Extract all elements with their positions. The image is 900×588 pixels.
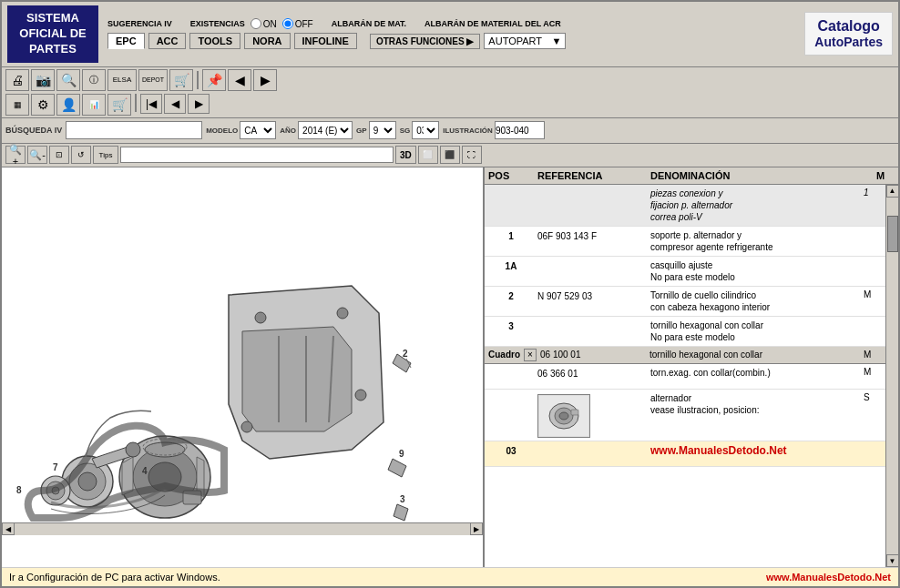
chart-btn[interactable]: 📊	[82, 94, 106, 116]
pos-header: POS	[488, 170, 534, 181]
ref-cell: N 907 529 03	[537, 289, 647, 301]
settings-btn[interactable]: ⚙	[31, 94, 55, 116]
tab-infoline[interactable]: INFOLINE	[294, 33, 357, 49]
svg-text:8: 8	[16, 485, 22, 495]
on-radio[interactable]: ON	[251, 18, 277, 29]
table-row[interactable]: 3 tornillo hexagonal con collarNo para e…	[485, 317, 885, 347]
left-btn[interactable]: ◀	[228, 69, 251, 91]
table-row[interactable]: piezas conexion yfijacion p. alternadorc…	[485, 185, 885, 227]
info-btn[interactable]: ⓘ	[82, 69, 106, 91]
table-row[interactable]: 1A casquillo ajusteNo para este modelo	[485, 257, 885, 287]
scroll-down-btn[interactable]: ▼	[886, 554, 899, 567]
otras-funciones-button[interactable]: OTRAS FUNCIONES ▶	[370, 34, 480, 49]
svg-point-35	[559, 412, 568, 420]
nav-next-btn[interactable]: ▶	[188, 94, 210, 114]
modelo-group: MODELO CA	[206, 121, 276, 139]
view-option1-btn[interactable]: ⬜	[418, 146, 438, 164]
view-row: 🔍+ 🔍- ⊡ ↺ Tips 3D ⬜ ⬛ ⛶	[2, 144, 898, 167]
svg-point-17	[78, 472, 97, 491]
modelo-select[interactable]: CA	[240, 121, 276, 139]
ano-select[interactable]: 2014 (E)	[298, 121, 353, 139]
zoom-out-btn[interactable]: 🔍-	[27, 146, 47, 164]
top-middle: SUGERENCIA IV EXISTENCIAS ON OFF	[107, 18, 804, 49]
cart-btn[interactable]: 🛒	[169, 69, 193, 91]
table-row[interactable]: 2 N 907 529 03 Tornillo de cuello cilind…	[485, 287, 885, 317]
table-row[interactable]: 1 06F 903 143 F soporte p. alternador yc…	[485, 227, 885, 257]
off-radio[interactable]: OFF	[282, 18, 313, 29]
pin-btn[interactable]: 📌	[202, 69, 226, 91]
nav-first-btn[interactable]: |◀	[140, 94, 162, 114]
ref-cell	[537, 188, 647, 189]
activation-text: Ir a Configuración de PC para activar Wi…	[9, 572, 220, 583]
scroll-thumb[interactable]	[887, 216, 898, 252]
gp-select[interactable]: 9	[369, 121, 396, 139]
existencias-label: EXISTENCIAS	[190, 19, 245, 28]
bottom-bar: Ir a Configuración de PC para activar Wi…	[2, 567, 898, 586]
grid-btn[interactable]: ▦	[5, 94, 29, 116]
cuadro-close-btn[interactable]: ×	[524, 349, 537, 361]
elsa-btn[interactable]: ELSA	[107, 69, 137, 91]
zoom-reset-btn[interactable]: ↺	[71, 146, 91, 164]
diagram-panel: 1A	[2, 167, 485, 567]
toolbar-sep-1	[197, 71, 199, 89]
ilustracion-input[interactable]	[495, 121, 545, 139]
horizontal-scrollbar[interactable]: ◀ ▶	[2, 522, 483, 535]
pos-cell: 2	[488, 289, 534, 301]
diagram-search-input[interactable]	[120, 147, 394, 163]
vertical-scrollbar[interactable]: ▲ ▼	[885, 185, 898, 567]
scroll-track	[886, 198, 899, 554]
thumbnail-svg	[539, 396, 588, 436]
scroll-right-btn[interactable]: ▶	[470, 522, 483, 535]
desc-cell: soporte p. alternador ycompresor agente …	[650, 229, 860, 253]
scroll-up-btn[interactable]: ▲	[886, 185, 899, 198]
mark-cell: M	[864, 367, 882, 377]
table-row[interactable]: alternadorvease ilustracion, posicion: S	[485, 390, 885, 441]
svg-text:7: 7	[53, 462, 58, 472]
print-button[interactable]: 🖨	[5, 69, 29, 91]
pos-cell	[488, 367, 534, 369]
cuadro-mark-1: M	[864, 350, 882, 360]
user-btn[interactable]: 👤	[56, 94, 80, 116]
alternator-bracket	[229, 286, 384, 459]
table-row[interactable]: 03 www.ManualesDetodo.Net	[485, 441, 885, 467]
view-3d-button[interactable]: 3D	[395, 146, 416, 164]
search-btn[interactable]: 🔍	[56, 69, 80, 91]
parts-list[interactable]: piezas conexion yfijacion p. alternadorc…	[485, 185, 885, 567]
referencia-header: REFERENCIA	[537, 170, 647, 181]
tab-acc[interactable]: ACC	[148, 33, 187, 49]
view-expand-btn[interactable]: ⛶	[462, 146, 482, 164]
catalogo-box: Catalogo AutoPartes	[804, 12, 893, 56]
ref-cell	[537, 392, 647, 438]
zoom-fit-btn[interactable]: ⊡	[49, 146, 69, 164]
sg-select[interactable]: 03	[412, 121, 439, 139]
tab-tools[interactable]: TOOLS	[189, 33, 240, 49]
main-container: SISTEMA OFICIAL DE PARTES SUGERENCIA IV …	[0, 0, 900, 588]
nav-prev-btn[interactable]: ◀	[164, 94, 186, 114]
tab-nora[interactable]: NORA	[244, 33, 290, 49]
scroll-left-btn[interactable]: ◀	[2, 522, 15, 535]
zoom-in-btn[interactable]: 🔍+	[5, 146, 26, 164]
svg-point-18	[126, 442, 140, 457]
table-row[interactable]: 06 366 01 torn.exag. con collar(combin.)…	[485, 364, 885, 390]
denominacion-header: DENOMINACIÓN	[650, 170, 873, 181]
depot-btn[interactable]: DEPOT	[138, 69, 168, 91]
autopart-dropdown[interactable]: AUTOPART ▼	[484, 33, 566, 49]
svg-point-4	[337, 308, 348, 319]
busqueda-input[interactable]	[66, 121, 202, 139]
ref-cell: 06F 903 143 F	[537, 229, 647, 241]
ref-cell	[537, 319, 647, 321]
svg-text:3: 3	[400, 494, 405, 504]
sg-group: SG 03	[400, 121, 440, 139]
svg-text:2: 2	[403, 349, 408, 359]
tips-btn[interactable]: Tips	[93, 146, 118, 164]
cart2-btn[interactable]: 🛒	[107, 94, 131, 116]
camera-button[interactable]: 📷	[31, 69, 55, 91]
pos-cell	[488, 392, 534, 394]
view-option2-btn[interactable]: ⬛	[440, 146, 460, 164]
tab-epc[interactable]: EPC	[107, 33, 145, 49]
right-btn[interactable]: ▶	[253, 69, 277, 91]
parts-panel: POS REFERENCIA DENOMINACIÓN M piezas con…	[485, 167, 898, 567]
part-thumbnail	[537, 394, 590, 438]
desc-cell: tornillo hexagonal con collarNo para est…	[650, 319, 860, 343]
svg-point-3	[255, 312, 266, 323]
